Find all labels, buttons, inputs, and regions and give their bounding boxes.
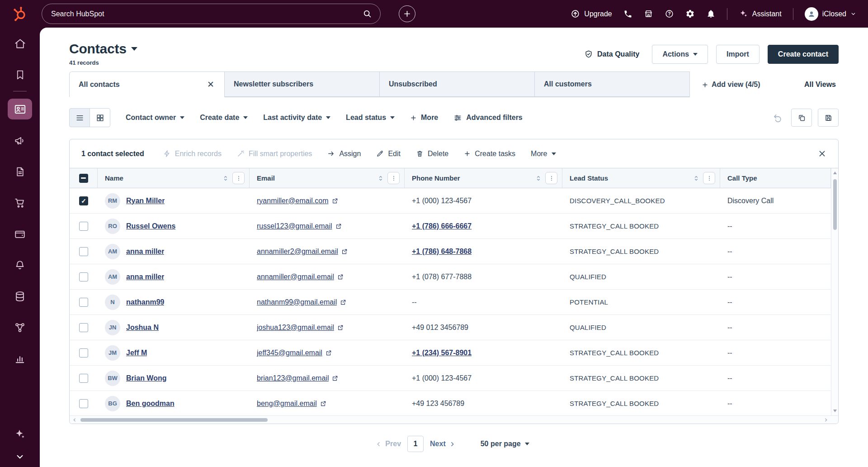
- phone-text[interactable]: +1 (786) 648-7868: [412, 248, 472, 256]
- sidebar-item-marketing[interactable]: [14, 135, 26, 147]
- filter-more-button[interactable]: More: [410, 114, 438, 122]
- vertical-scrollbar-thumb[interactable]: [833, 179, 837, 230]
- next-page-button[interactable]: Next: [430, 440, 455, 448]
- hubspot-logo[interactable]: [0, 6, 40, 22]
- contact-email-link[interactable]: jeff345@gmail.email: [257, 349, 322, 357]
- page-title-row[interactable]: Contacts: [69, 41, 137, 57]
- row-checkbox[interactable]: [79, 247, 88, 256]
- account-menu[interactable]: iClosed: [805, 7, 856, 21]
- external-link-icon[interactable]: [335, 223, 342, 229]
- sidebar-item-content[interactable]: [14, 166, 26, 177]
- undo-button[interactable]: [773, 113, 783, 123]
- enrich-records-button[interactable]: Enrich records: [163, 150, 222, 158]
- contact-name-link[interactable]: Ryan Miller: [126, 197, 165, 205]
- contact-name-link[interactable]: Russel Owens: [126, 222, 175, 230]
- sort-icon[interactable]: [535, 175, 542, 182]
- search-icon[interactable]: [363, 9, 372, 19]
- phone-text[interactable]: +1 (234) 567-8901: [412, 349, 472, 357]
- tab-unsubscribed[interactable]: Unsubscribed: [379, 71, 535, 97]
- more-actions-button[interactable]: More: [531, 150, 556, 158]
- external-link-icon[interactable]: [337, 274, 344, 280]
- row-checkbox[interactable]: [79, 348, 88, 357]
- contact-email-link[interactable]: joshua123@gmail.email: [257, 324, 334, 332]
- title-caret-icon[interactable]: [131, 47, 137, 51]
- external-link-icon[interactable]: [340, 299, 346, 305]
- external-link-icon[interactable]: [332, 375, 338, 381]
- sidebar-item-bookmarks[interactable]: [14, 69, 26, 81]
- row-checkbox[interactable]: [79, 323, 88, 332]
- fill-smart-properties-button[interactable]: Fill smart properties: [237, 150, 312, 158]
- tab-all-contacts[interactable]: All contacts ✕: [69, 71, 225, 97]
- contact-email-link[interactable]: ryanmiller@email.com: [257, 197, 329, 205]
- assistant-button[interactable]: Assistant: [739, 9, 782, 19]
- row-checkbox[interactable]: [79, 298, 88, 307]
- external-link-icon[interactable]: [332, 198, 338, 204]
- sidebar-item-payments[interactable]: [14, 228, 26, 240]
- tab-newsletter-subscribers[interactable]: Newsletter subscribers: [224, 71, 380, 97]
- marketplace-button[interactable]: [644, 9, 653, 19]
- contact-name-link[interactable]: Joshua N: [126, 324, 159, 332]
- contact-email-link[interactable]: annamiller@gmail.email: [257, 273, 334, 281]
- column-menu-button[interactable]: [703, 172, 715, 184]
- contact-name-link[interactable]: nathanm99: [126, 298, 164, 306]
- current-page-number[interactable]: 1: [407, 436, 424, 452]
- sidebar-item-commerce[interactable]: [14, 197, 26, 209]
- per-page-selector[interactable]: 50 per page: [478, 439, 532, 448]
- contact-email-link[interactable]: russel123@gmail.email: [257, 222, 332, 230]
- phone-text[interactable]: +1 (786) 666-6667: [412, 222, 472, 230]
- horizontal-scrollbar-thumb[interactable]: [80, 418, 268, 422]
- sort-icon[interactable]: [222, 175, 229, 182]
- row-checkbox[interactable]: [79, 196, 88, 205]
- sidebar-item-ai[interactable]: [14, 428, 26, 440]
- tab-all-customers[interactable]: All customers: [534, 71, 690, 97]
- contact-name-link[interactable]: anna miller: [126, 248, 164, 256]
- scroll-down-icon[interactable]: [833, 410, 837, 412]
- contact-email-link[interactable]: annamiller2@gmail.email: [257, 248, 338, 256]
- create-new-button[interactable]: [399, 5, 415, 22]
- list-view-button[interactable]: [69, 108, 90, 127]
- global-search[interactable]: [42, 4, 381, 24]
- sort-icon[interactable]: [693, 175, 700, 182]
- scroll-up-icon[interactable]: [833, 172, 837, 174]
- contact-name-link[interactable]: Ben goodman: [126, 400, 175, 408]
- import-button[interactable]: Import: [716, 45, 760, 64]
- sidebar-item-contacts[interactable]: [8, 99, 32, 119]
- sidebar-item-home[interactable]: [14, 38, 26, 50]
- contact-email-link[interactable]: beng@gmail.email: [257, 400, 317, 408]
- external-link-icon[interactable]: [320, 400, 326, 407]
- edit-button[interactable]: Edit: [376, 150, 401, 158]
- contact-name-link[interactable]: anna miller: [126, 273, 164, 281]
- sidebar-item-automations[interactable]: [14, 259, 26, 271]
- prev-page-button[interactable]: Prev: [376, 440, 401, 448]
- actions-button[interactable]: Actions: [652, 45, 708, 64]
- delete-button[interactable]: Delete: [416, 150, 448, 158]
- add-view-button[interactable]: Add view (4/5): [699, 72, 763, 97]
- row-checkbox[interactable]: [79, 222, 88, 231]
- advanced-filters-button[interactable]: Advanced filters: [453, 114, 522, 122]
- assign-button[interactable]: Assign: [327, 150, 361, 158]
- contact-email-link[interactable]: nathanm99@gmail.email: [257, 298, 337, 306]
- select-all-checkbox[interactable]: [79, 174, 88, 183]
- column-menu-button[interactable]: [232, 172, 245, 184]
- all-views-link[interactable]: All Views: [802, 72, 839, 97]
- settings-button[interactable]: [685, 9, 695, 19]
- filter-contact-owner[interactable]: Contact owner: [126, 114, 184, 122]
- help-button[interactable]: ?: [665, 9, 674, 19]
- create-tasks-button[interactable]: Create tasks: [464, 150, 515, 158]
- column-menu-button[interactable]: [545, 172, 557, 184]
- contact-name-link[interactable]: Jeff M: [126, 349, 147, 357]
- data-quality-button[interactable]: Data Quality: [584, 50, 639, 59]
- close-tab-icon[interactable]: ✕: [206, 80, 215, 89]
- row-checkbox[interactable]: [79, 374, 88, 383]
- sidebar-collapse-button[interactable]: [15, 452, 25, 462]
- external-link-icon[interactable]: [337, 324, 344, 331]
- vertical-scrollbar[interactable]: [831, 168, 838, 415]
- calling-button[interactable]: [623, 10, 632, 19]
- sidebar-item-data[interactable]: [14, 291, 26, 302]
- upgrade-button[interactable]: Upgrade: [571, 9, 612, 19]
- close-selection-icon[interactable]: [818, 149, 826, 158]
- notifications-button[interactable]: [706, 9, 716, 19]
- horizontal-scrollbar[interactable]: [70, 415, 838, 424]
- external-link-icon[interactable]: [341, 248, 348, 255]
- filter-lead-status[interactable]: Lead status: [346, 114, 395, 122]
